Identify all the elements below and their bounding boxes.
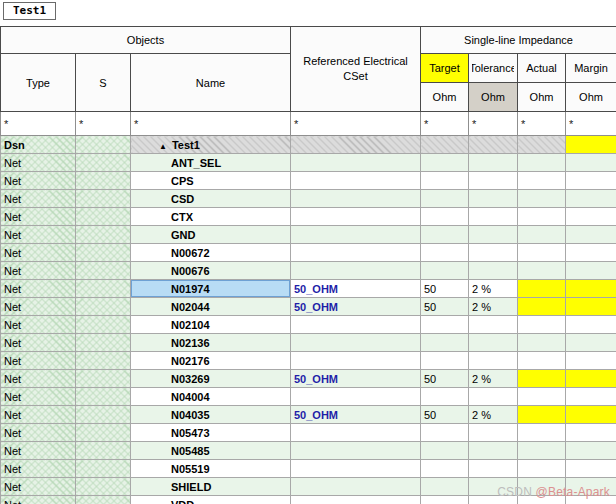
unit-margin[interactable]: Ohm [566,83,616,112]
cell-type[interactable]: Net [1,478,76,496]
cell-s[interactable] [76,244,131,262]
cell-target[interactable] [421,226,469,244]
cell-margin[interactable] [566,352,616,370]
cell-type[interactable]: Net [1,262,76,280]
cell-actual[interactable] [518,244,566,262]
cell-referenced-cset[interactable] [291,136,421,154]
cell-referenced-cset[interactable] [291,190,421,208]
filter-margin[interactable]: * [566,112,616,136]
filter-tolerance[interactable]: * [469,112,518,136]
cell-actual[interactable] [518,190,566,208]
cell-margin[interactable] [566,460,616,478]
cell-tolerance[interactable] [469,136,518,154]
cell-referenced-cset[interactable] [291,496,421,504]
filter-name[interactable]: * [131,112,291,136]
cell-target[interactable] [421,262,469,280]
cell-margin[interactable] [566,226,616,244]
cell-target[interactable]: 50 [421,298,469,316]
cell-referenced-cset[interactable] [291,478,421,496]
header-tolerance[interactable]: Tolerance [469,54,518,83]
cell-type[interactable]: Net [1,370,76,388]
cell-type[interactable]: Net [1,298,76,316]
filter-actual[interactable]: * [518,112,566,136]
cell-name[interactable]: N02104 [131,316,291,334]
cell-name[interactable]: N05485 [131,442,291,460]
cell-tolerance[interactable] [469,334,518,352]
cell-referenced-cset[interactable] [291,352,421,370]
cell-target[interactable]: 50 [421,406,469,424]
header-s[interactable]: S [76,54,131,112]
cell-type[interactable]: Net [1,388,76,406]
cell-type[interactable]: Net [1,460,76,478]
cell-actual[interactable] [518,442,566,460]
cell-tolerance[interactable] [469,190,518,208]
header-name[interactable]: Name [131,54,291,112]
cell-tolerance[interactable]: 2 % [469,298,518,316]
cell-name[interactable]: SHIELD [131,478,291,496]
cell-referenced-cset[interactable]: 50_OHM [291,370,421,388]
cell-tolerance[interactable] [469,154,518,172]
cell-margin[interactable] [566,442,616,460]
cell-tolerance[interactable] [469,442,518,460]
cell-margin[interactable] [566,316,616,334]
cell-referenced-cset[interactable]: 50_OHM [291,280,421,298]
cell-name[interactable]: GND [131,226,291,244]
cell-s[interactable] [76,334,131,352]
cell-s[interactable] [76,154,131,172]
cell-name[interactable]: N04035 [131,406,291,424]
cell-s[interactable] [76,316,131,334]
cell-tolerance[interactable] [469,262,518,280]
cell-tolerance[interactable]: 2 % [469,370,518,388]
cell-actual[interactable] [518,388,566,406]
header-objects[interactable]: Objects [1,27,291,54]
cell-type[interactable]: Net [1,316,76,334]
cell-s[interactable] [76,406,131,424]
cell-referenced-cset[interactable] [291,244,421,262]
cell-type[interactable]: Net [1,424,76,442]
cell-actual[interactable] [518,316,566,334]
unit-target[interactable]: Ohm [421,83,469,112]
cell-tolerance[interactable]: 2 % [469,280,518,298]
cell-type[interactable]: Net [1,334,76,352]
cell-referenced-cset[interactable] [291,226,421,244]
filter-referenced-cset[interactable]: * [291,112,421,136]
cell-tolerance[interactable]: 2 % [469,406,518,424]
cell-target[interactable] [421,496,469,504]
cell-referenced-cset[interactable] [291,424,421,442]
cell-name[interactable]: N00672 [131,244,291,262]
cell-tolerance[interactable] [469,352,518,370]
cell-type[interactable]: Dsn [1,136,76,154]
cell-margin[interactable] [566,208,616,226]
cell-name[interactable]: ▲Test1 [131,136,291,154]
cell-margin[interactable] [566,190,616,208]
cell-tolerance[interactable] [469,208,518,226]
cell-margin[interactable] [566,496,616,504]
cell-actual[interactable] [518,352,566,370]
cell-name[interactable]: N02044 [131,298,291,316]
cell-actual[interactable] [518,406,566,424]
cell-type[interactable]: Net [1,442,76,460]
cell-margin[interactable] [566,478,616,496]
filter-target[interactable]: * [421,112,469,136]
cell-target[interactable] [421,316,469,334]
cell-margin[interactable] [566,154,616,172]
cell-name[interactable]: N02136 [131,334,291,352]
cell-name[interactable]: CPS [131,172,291,190]
header-margin[interactable]: Margin [566,54,616,83]
cell-name[interactable]: CSD [131,190,291,208]
cell-type[interactable]: Net [1,352,76,370]
cell-referenced-cset[interactable]: 50_OHM [291,406,421,424]
cell-target[interactable] [421,172,469,190]
cell-type[interactable]: Net [1,244,76,262]
cell-margin[interactable] [566,334,616,352]
cell-referenced-cset[interactable] [291,460,421,478]
cell-type[interactable]: Net [1,226,76,244]
cell-s[interactable] [76,478,131,496]
cell-tolerance[interactable] [469,244,518,262]
cell-s[interactable] [76,226,131,244]
cell-s[interactable] [76,388,131,406]
cell-margin[interactable] [566,172,616,190]
cell-actual[interactable] [518,478,566,496]
cell-name[interactable]: ANT_SEL [131,154,291,172]
cell-type[interactable]: Net [1,208,76,226]
